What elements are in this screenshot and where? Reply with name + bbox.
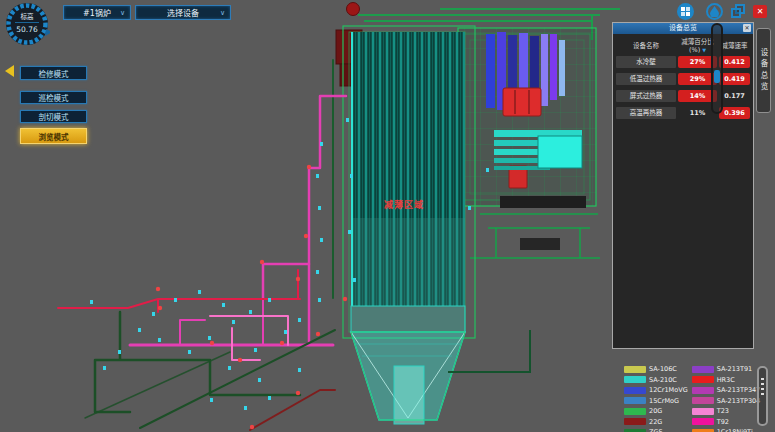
legend-item: 22G (624, 417, 688, 428)
table-row[interactable]: 低温过热器 29% 0.419 (616, 73, 750, 85)
collapse-panel-arrow-icon[interactable] (5, 65, 14, 77)
thinning-rate: 0.412 (719, 56, 750, 68)
chevron-down-icon: ∨ (220, 9, 225, 17)
thinning-rate: 0.419 (719, 73, 750, 85)
mode-button-label: 浏览模式 (39, 131, 69, 142)
panel-close-button[interactable]: ✕ (743, 24, 751, 32)
legend-item: 20G (624, 406, 688, 417)
table-row[interactable]: 水冷壁 27% 0.412 (616, 56, 750, 68)
boiler-select-value: #1锅炉 (83, 7, 111, 18)
mode-button-browse[interactable]: 浏览模式 (20, 128, 87, 144)
legend-item: 1Cr18Ni9Ti (692, 427, 761, 432)
color-swatch (692, 387, 714, 394)
legend-label: 12Cr1MoVG (649, 386, 688, 394)
close-icon: ✕ (744, 24, 749, 31)
legend-label: SA-213TP304 (717, 397, 761, 405)
equipment-overview-panel: 设备总览 ✕ 设备名称 减薄百分比(%) ▼ 减薄速率 水冷壁 27% 0.41… (612, 22, 754, 349)
color-swatch (624, 366, 646, 373)
device-name: 高温再热器 (616, 107, 676, 119)
valve-dots (156, 165, 347, 429)
device-select-dropdown[interactable]: 选择设备 ∨ (135, 5, 231, 20)
legend-label: 20G (649, 407, 662, 415)
legend-label: ZGS (649, 428, 663, 432)
legend-item: ZGS (624, 427, 688, 432)
mode-button-inspection[interactable]: 巡检模式 (20, 91, 87, 104)
material-legend: SA-106C SA-210C 12Cr1MoVG 15CrMoG 20G 22… (624, 364, 760, 432)
close-icon: ✕ (757, 7, 764, 16)
gauge-label: 标高 (21, 12, 35, 21)
legend-label: T23 (717, 407, 729, 415)
legend-item: 15CrMoG (624, 396, 688, 407)
legend-item: 12Cr1MoVG (624, 385, 688, 396)
wear-table: 设备名称 减薄百分比(%) ▼ 减薄速率 水冷壁 27% 0.412 低温过热器… (616, 39, 750, 119)
sort-desc-icon[interactable]: ▼ (702, 47, 706, 53)
water-drop-icon[interactable] (706, 3, 723, 20)
legend-item: SA-213TP304 (692, 396, 761, 407)
device-name: 屏式过热器 (616, 90, 676, 102)
slider-handle[interactable] (714, 70, 720, 83)
color-swatch (624, 376, 646, 383)
legend-label: 22G (649, 418, 662, 426)
col-label: 减薄百分比(%) (681, 38, 714, 54)
legend-item: SA-213T91 (692, 364, 761, 375)
layer-square (731, 8, 741, 18)
panel-titlebar[interactable]: 设备总览 ✕ (613, 23, 753, 34)
col-device-name: 设备名称 (616, 40, 676, 50)
color-swatch (624, 397, 646, 404)
color-swatch (692, 366, 714, 373)
boiler-select-dropdown[interactable]: #1锅炉 ∨ (63, 5, 131, 20)
legend-item: HR3C (692, 375, 761, 386)
tab-label: 设备总览 (758, 48, 769, 94)
boiler-monitor-app: { "gauge": { "label": "标高", "value": "50… (0, 0, 775, 432)
device-name: 低温过热器 (616, 73, 676, 85)
equipment-view-icon[interactable] (677, 3, 694, 20)
legend-label: SA-213T91 (717, 365, 753, 373)
mode-button-label: 检修模式 (39, 68, 69, 79)
thinning-area-label: 减薄区域 (384, 199, 424, 210)
view-height-slider[interactable] (711, 23, 723, 114)
table-row[interactable]: 高温再热器 11% 0.396 (616, 107, 750, 119)
layers-icon[interactable] (731, 4, 746, 19)
color-swatch (624, 408, 646, 415)
ash-hopper (351, 306, 530, 424)
table-header: 设备名称 减薄百分比(%) ▼ 减薄速率 (616, 39, 750, 51)
color-swatch (624, 387, 646, 394)
legend-label: SA-213TP347 (717, 386, 761, 394)
legend-label: T92 (717, 418, 729, 426)
legend-item: SA-106C (624, 364, 688, 375)
lower-pipe-network (58, 270, 335, 430)
legend-column-left: SA-106C SA-210C 12Cr1MoVG 15CrMoG 20G 22… (624, 364, 688, 432)
mode-button-section[interactable]: 剖切模式 (20, 110, 87, 123)
legend-column-right: SA-213T91 HR3C SA-213TP347 SA-213TP304 T… (692, 364, 761, 432)
mode-button-label: 巡检模式 (39, 92, 69, 103)
legend-label: 1Cr18Ni9Ti (717, 428, 753, 432)
mode-button-label: 剖切模式 (39, 111, 69, 122)
legend-label: SA-210C (649, 376, 677, 384)
close-view-button[interactable]: ✕ (753, 5, 767, 18)
legend-label: SA-106C (649, 365, 677, 373)
chevron-down-icon: ∨ (120, 9, 125, 17)
col-thinning-rate: 减薄速率 (719, 40, 750, 50)
color-swatch (624, 418, 646, 425)
gauge-value: 50.76 (16, 25, 38, 34)
color-swatch (692, 376, 714, 383)
color-swatch (692, 418, 714, 425)
color-swatch (692, 408, 714, 415)
legend-label: 15CrMoG (649, 397, 679, 405)
thinning-rate: 0.396 (719, 107, 750, 119)
panel-title: 设备总览 (669, 24, 697, 32)
legend-item: T92 (692, 417, 761, 428)
color-swatch (692, 397, 714, 404)
device-select-value: 选择设备 (167, 7, 199, 18)
device-name: 水冷壁 (616, 56, 676, 68)
furnace-tower[interactable]: 减薄区域 (343, 26, 475, 338)
mode-button-overhaul[interactable]: 检修模式 (20, 66, 87, 80)
riser-piping (263, 60, 346, 345)
thinning-rate: 0.177 (719, 90, 750, 102)
table-row[interactable]: 屏式过热器 14% 0.177 (616, 90, 750, 102)
legend-scrollbar[interactable] (757, 366, 768, 426)
tab-equipment-overview[interactable]: 设备总览 (756, 28, 771, 113)
legend-item: SA-210C (624, 375, 688, 386)
legend-item: T23 (692, 406, 761, 417)
legend-label: HR3C (717, 376, 735, 384)
